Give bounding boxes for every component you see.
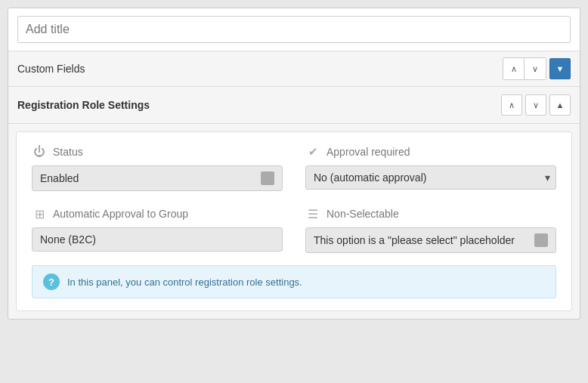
check-badge-icon	[305, 144, 320, 159]
auto-approval-control: None (B2C)	[32, 227, 283, 252]
content-panel: Status Enabled Approval required	[16, 131, 572, 311]
status-toggle-box[interactable]	[261, 171, 274, 185]
status-toggle-field[interactable]: Enabled	[32, 165, 283, 191]
list-icon	[305, 206, 320, 221]
section-header: Registration Role Settings ∧ ∨ ▲	[8, 87, 580, 124]
info-icon: ?	[43, 273, 60, 290]
section-controls: ∧ ∨ ▲	[501, 94, 571, 116]
non-selectable-label: Non-Selectable	[305, 206, 556, 221]
main-container: Custom Fields ∧ ∨ ▼ Registration Role Se…	[8, 8, 580, 320]
non-selectable-control: This option is a "please select" placeho…	[305, 227, 556, 253]
auto-approval-field-group: Automatic Approval to Group None (B2C)	[32, 206, 283, 253]
section-up-btn[interactable]: ∧	[501, 94, 522, 116]
approval-select-wrapper: No (automatic approval) Yes (manual appr…	[305, 165, 556, 190]
custom-fields-label: Custom Fields	[17, 63, 500, 75]
info-bar: ? In this panel, you can control registr…	[32, 265, 556, 298]
approval-label: Approval required	[305, 144, 556, 159]
title-section	[8, 8, 580, 51]
title-input[interactable]	[17, 16, 571, 43]
non-selectable-value: This option is a "please select" placeho…	[314, 234, 515, 246]
non-selectable-toggle-box[interactable]	[534, 233, 548, 247]
info-text: In this panel, you can control registrat…	[67, 276, 302, 288]
power-icon	[32, 144, 47, 159]
section-down-btn[interactable]: ∨	[525, 94, 546, 116]
custom-fields-chevron-group: ∧ ∨	[503, 57, 546, 80]
non-selectable-toggle-field[interactable]: This option is a "please select" placeho…	[305, 227, 556, 253]
custom-fields-down-btn[interactable]: ∨	[525, 58, 546, 79]
custom-fields-up-btn[interactable]: ∧	[503, 58, 525, 79]
section-title: Registration Role Settings	[17, 99, 501, 111]
status-label: Status	[32, 144, 283, 159]
non-selectable-field-group: Non-Selectable This option is a "please …	[305, 206, 556, 253]
section-collapse-btn[interactable]: ▲	[549, 94, 571, 116]
status-control: Enabled	[32, 165, 283, 191]
approval-control: No (automatic approval) Yes (manual appr…	[305, 165, 556, 190]
status-field-group: Status Enabled	[32, 144, 283, 191]
status-value: Enabled	[40, 172, 79, 184]
custom-fields-dropdown-btn[interactable]: ▼	[549, 58, 571, 79]
auto-approval-value: None (B2C)	[32, 227, 283, 252]
auto-approval-label: Automatic Approval to Group	[32, 206, 283, 221]
approval-select[interactable]: No (automatic approval) Yes (manual appr…	[305, 165, 556, 190]
approval-field-group: Approval required No (automatic approval…	[305, 144, 556, 191]
grid-icon	[32, 206, 47, 221]
custom-fields-bar: Custom Fields ∧ ∨ ▼	[8, 51, 580, 87]
fields-grid: Status Enabled Approval required	[32, 144, 556, 253]
